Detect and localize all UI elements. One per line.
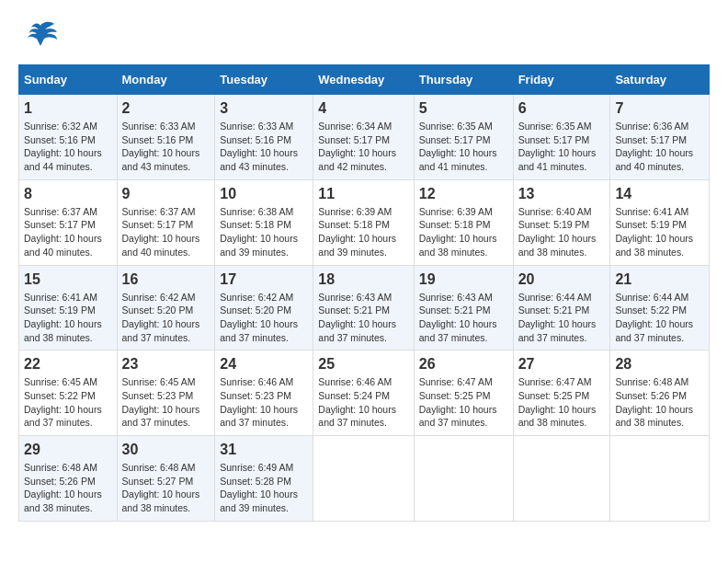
day-number: 22 xyxy=(24,356,112,373)
day-cell: 7 Sunrise: 6:36 AM Sunset: 5:17 PM Dayli… xyxy=(610,95,710,180)
day-cell: 30 Sunrise: 6:48 AM Sunset: 5:27 PM Dayl… xyxy=(117,436,215,522)
day-info: Sunrise: 6:42 AM Sunset: 5:20 PM Dayligh… xyxy=(220,291,308,345)
day-cell: 4 Sunrise: 6:34 AM Sunset: 5:17 PM Dayli… xyxy=(313,95,414,180)
day-number: 9 xyxy=(122,186,210,202)
day-cell: 17 Sunrise: 6:42 AM Sunset: 5:20 PM Dayl… xyxy=(215,265,313,350)
header xyxy=(18,18,710,55)
week-row-4: 22 Sunrise: 6:45 AM Sunset: 5:22 PM Dayl… xyxy=(19,350,710,436)
calendar-header: SundayMondayTuesdayWednesdayThursdayFrid… xyxy=(19,65,710,95)
header-cell-tuesday: Tuesday xyxy=(215,65,313,95)
day-info: Sunrise: 6:41 AM Sunset: 5:19 PM Dayligh… xyxy=(24,291,112,345)
day-cell: 21 Sunrise: 6:44 AM Sunset: 5:22 PM Dayl… xyxy=(610,265,710,350)
day-cell xyxy=(414,436,513,522)
day-info: Sunrise: 6:47 AM Sunset: 5:25 PM Dayligh… xyxy=(518,375,606,430)
day-info: Sunrise: 6:39 AM Sunset: 5:18 PM Dayligh… xyxy=(318,205,408,259)
week-row-2: 8 Sunrise: 6:37 AM Sunset: 5:17 PM Dayli… xyxy=(19,179,710,265)
day-cell xyxy=(610,436,710,522)
day-number: 18 xyxy=(318,271,408,288)
day-number: 8 xyxy=(24,186,112,202)
day-info: Sunrise: 6:46 AM Sunset: 5:23 PM Dayligh… xyxy=(220,375,308,430)
day-number: 12 xyxy=(419,186,508,202)
day-info: Sunrise: 6:48 AM Sunset: 5:26 PM Dayligh… xyxy=(24,461,112,515)
day-number: 21 xyxy=(615,271,704,288)
day-number: 29 xyxy=(24,442,112,458)
logo xyxy=(18,18,59,55)
header-cell-friday: Friday xyxy=(513,65,610,95)
day-cell: 6 Sunrise: 6:35 AM Sunset: 5:17 PM Dayli… xyxy=(513,95,610,180)
day-info: Sunrise: 6:42 AM Sunset: 5:20 PM Dayligh… xyxy=(122,291,210,345)
day-number: 4 xyxy=(318,100,408,117)
day-cell: 19 Sunrise: 6:43 AM Sunset: 5:21 PM Dayl… xyxy=(414,265,513,350)
day-info: Sunrise: 6:36 AM Sunset: 5:17 PM Dayligh… xyxy=(615,120,704,174)
day-number: 23 xyxy=(122,356,210,373)
day-cell: 10 Sunrise: 6:38 AM Sunset: 5:18 PM Dayl… xyxy=(215,179,313,265)
day-number: 19 xyxy=(419,271,508,288)
day-cell: 23 Sunrise: 6:45 AM Sunset: 5:23 PM Dayl… xyxy=(117,350,215,436)
header-cell-wednesday: Wednesday xyxy=(313,65,414,95)
day-number: 20 xyxy=(518,271,606,288)
day-info: Sunrise: 6:44 AM Sunset: 5:22 PM Dayligh… xyxy=(615,291,704,345)
calendar-table: SundayMondayTuesdayWednesdayThursdayFrid… xyxy=(18,64,710,522)
day-number: 7 xyxy=(615,100,704,117)
day-info: Sunrise: 6:33 AM Sunset: 5:16 PM Dayligh… xyxy=(122,120,210,174)
day-number: 30 xyxy=(122,442,210,458)
header-cell-sunday: Sunday xyxy=(19,65,118,95)
calendar-body: 1 Sunrise: 6:32 AM Sunset: 5:16 PM Dayli… xyxy=(19,95,710,522)
day-cell: 11 Sunrise: 6:39 AM Sunset: 5:18 PM Dayl… xyxy=(313,179,414,265)
day-info: Sunrise: 6:46 AM Sunset: 5:24 PM Dayligh… xyxy=(318,375,408,430)
day-info: Sunrise: 6:48 AM Sunset: 5:26 PM Dayligh… xyxy=(615,375,704,430)
day-number: 1 xyxy=(24,100,112,117)
day-cell: 29 Sunrise: 6:48 AM Sunset: 5:26 PM Dayl… xyxy=(19,436,118,522)
day-info: Sunrise: 6:41 AM Sunset: 5:19 PM Dayligh… xyxy=(615,205,704,259)
day-number: 17 xyxy=(220,271,308,288)
day-info: Sunrise: 6:45 AM Sunset: 5:22 PM Dayligh… xyxy=(24,375,112,430)
day-number: 28 xyxy=(615,356,704,373)
day-info: Sunrise: 6:35 AM Sunset: 5:17 PM Dayligh… xyxy=(518,120,606,174)
day-cell: 25 Sunrise: 6:46 AM Sunset: 5:24 PM Dayl… xyxy=(313,350,414,436)
day-info: Sunrise: 6:45 AM Sunset: 5:23 PM Dayligh… xyxy=(122,375,210,430)
day-number: 24 xyxy=(220,356,308,373)
day-number: 6 xyxy=(518,100,606,117)
day-cell: 15 Sunrise: 6:41 AM Sunset: 5:19 PM Dayl… xyxy=(19,265,118,350)
day-number: 25 xyxy=(318,356,408,373)
day-info: Sunrise: 6:38 AM Sunset: 5:18 PM Dayligh… xyxy=(220,205,308,259)
day-info: Sunrise: 6:37 AM Sunset: 5:17 PM Dayligh… xyxy=(122,205,210,259)
day-cell xyxy=(313,436,414,522)
day-cell: 8 Sunrise: 6:37 AM Sunset: 5:17 PM Dayli… xyxy=(19,179,118,265)
day-number: 5 xyxy=(419,100,508,117)
day-number: 31 xyxy=(220,442,308,458)
page-container: SundayMondayTuesdayWednesdayThursdayFrid… xyxy=(18,18,710,522)
day-cell xyxy=(513,436,610,522)
logo-bird-icon xyxy=(22,18,59,55)
day-info: Sunrise: 6:48 AM Sunset: 5:27 PM Dayligh… xyxy=(122,461,210,515)
header-cell-thursday: Thursday xyxy=(414,65,513,95)
day-number: 14 xyxy=(615,186,704,202)
day-cell: 31 Sunrise: 6:49 AM Sunset: 5:28 PM Dayl… xyxy=(215,436,313,522)
day-cell: 5 Sunrise: 6:35 AM Sunset: 5:17 PM Dayli… xyxy=(414,95,513,180)
day-cell: 14 Sunrise: 6:41 AM Sunset: 5:19 PM Dayl… xyxy=(610,179,710,265)
day-cell: 2 Sunrise: 6:33 AM Sunset: 5:16 PM Dayli… xyxy=(117,95,215,180)
day-number: 16 xyxy=(122,271,210,288)
day-info: Sunrise: 6:35 AM Sunset: 5:17 PM Dayligh… xyxy=(419,120,508,174)
day-cell: 18 Sunrise: 6:43 AM Sunset: 5:21 PM Dayl… xyxy=(313,265,414,350)
day-cell: 9 Sunrise: 6:37 AM Sunset: 5:17 PM Dayli… xyxy=(117,179,215,265)
day-info: Sunrise: 6:43 AM Sunset: 5:21 PM Dayligh… xyxy=(419,291,508,345)
week-row-3: 15 Sunrise: 6:41 AM Sunset: 5:19 PM Dayl… xyxy=(19,265,710,350)
day-cell: 26 Sunrise: 6:47 AM Sunset: 5:25 PM Dayl… xyxy=(414,350,513,436)
day-cell: 24 Sunrise: 6:46 AM Sunset: 5:23 PM Dayl… xyxy=(215,350,313,436)
day-number: 10 xyxy=(220,186,308,202)
day-cell: 1 Sunrise: 6:32 AM Sunset: 5:16 PM Dayli… xyxy=(19,95,118,180)
day-cell: 27 Sunrise: 6:47 AM Sunset: 5:25 PM Dayl… xyxy=(513,350,610,436)
day-info: Sunrise: 6:37 AM Sunset: 5:17 PM Dayligh… xyxy=(24,205,112,259)
day-number: 15 xyxy=(24,271,112,288)
day-cell: 3 Sunrise: 6:33 AM Sunset: 5:16 PM Dayli… xyxy=(215,95,313,180)
day-number: 27 xyxy=(518,356,606,373)
day-cell: 13 Sunrise: 6:40 AM Sunset: 5:19 PM Dayl… xyxy=(513,179,610,265)
day-number: 2 xyxy=(122,100,210,117)
week-row-5: 29 Sunrise: 6:48 AM Sunset: 5:26 PM Dayl… xyxy=(19,436,710,522)
day-info: Sunrise: 6:34 AM Sunset: 5:17 PM Dayligh… xyxy=(318,120,408,174)
header-cell-saturday: Saturday xyxy=(610,65,710,95)
day-info: Sunrise: 6:33 AM Sunset: 5:16 PM Dayligh… xyxy=(220,120,308,174)
header-row: SundayMondayTuesdayWednesdayThursdayFrid… xyxy=(19,65,710,95)
day-info: Sunrise: 6:39 AM Sunset: 5:18 PM Dayligh… xyxy=(419,205,508,259)
